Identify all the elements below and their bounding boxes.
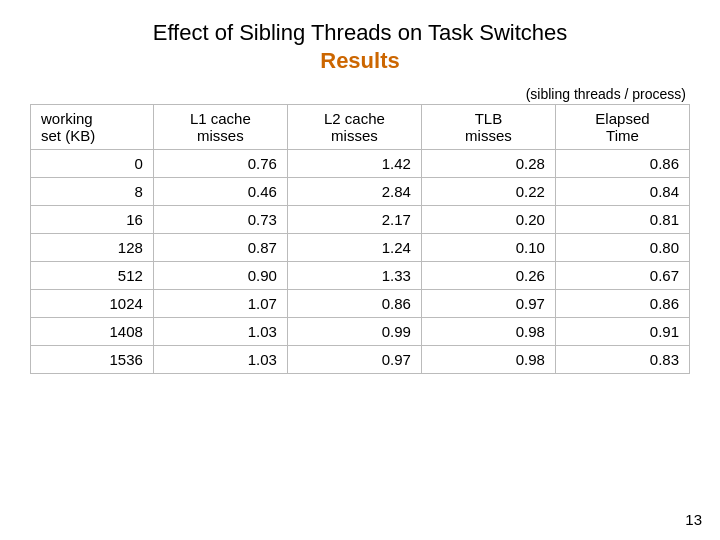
cell-l2: 1.33 (287, 262, 421, 290)
header-elapsed: ElapsedTime (555, 105, 689, 150)
cell-working-set: 1024 (31, 290, 154, 318)
cell-l1: 0.46 (153, 178, 287, 206)
cell-tlb: 0.28 (421, 150, 555, 178)
cell-elapsed: 0.83 (555, 346, 689, 374)
table-row: 10241.070.860.970.86 (31, 290, 690, 318)
table-row: 1280.871.240.100.80 (31, 234, 690, 262)
cell-l1: 1.07 (153, 290, 287, 318)
cell-l1: 0.90 (153, 262, 287, 290)
cell-l2: 1.42 (287, 150, 421, 178)
table-row: 15361.030.970.980.83 (31, 346, 690, 374)
cell-l2: 0.86 (287, 290, 421, 318)
cell-tlb: 0.22 (421, 178, 555, 206)
cell-l1: 0.76 (153, 150, 287, 178)
cell-working-set: 0 (31, 150, 154, 178)
cell-working-set: 1408 (31, 318, 154, 346)
page-number: 13 (685, 511, 702, 528)
page-subtitle: Results (30, 48, 690, 74)
sibling-note: (sibling threads / process) (30, 86, 690, 102)
cell-tlb: 0.98 (421, 346, 555, 374)
cell-elapsed: 0.67 (555, 262, 689, 290)
cell-l1: 0.87 (153, 234, 287, 262)
header-l1-cache: L1 cachemisses (153, 105, 287, 150)
cell-l2: 0.97 (287, 346, 421, 374)
results-table: workingset (KB) L1 cachemisses L2 cachem… (30, 104, 690, 374)
header-tlb: TLBmisses (421, 105, 555, 150)
cell-l2: 1.24 (287, 234, 421, 262)
cell-elapsed: 0.80 (555, 234, 689, 262)
cell-elapsed: 0.84 (555, 178, 689, 206)
table-row: 160.732.170.200.81 (31, 206, 690, 234)
cell-tlb: 0.98 (421, 318, 555, 346)
table-row: 00.761.420.280.86 (31, 150, 690, 178)
table-header-row: workingset (KB) L1 cachemisses L2 cachem… (31, 105, 690, 150)
cell-elapsed: 0.91 (555, 318, 689, 346)
table-row: 14081.030.990.980.91 (31, 318, 690, 346)
cell-elapsed: 0.81 (555, 206, 689, 234)
page-title: Effect of Sibling Threads on Task Switch… (30, 20, 690, 46)
table-row: 5120.901.330.260.67 (31, 262, 690, 290)
cell-l1: 0.73 (153, 206, 287, 234)
cell-l2: 2.84 (287, 178, 421, 206)
header-l2-cache: L2 cachemisses (287, 105, 421, 150)
table-row: 80.462.840.220.84 (31, 178, 690, 206)
cell-l2: 0.99 (287, 318, 421, 346)
cell-tlb: 0.10 (421, 234, 555, 262)
cell-working-set: 8 (31, 178, 154, 206)
cell-l1: 1.03 (153, 346, 287, 374)
cell-l1: 1.03 (153, 318, 287, 346)
cell-l2: 2.17 (287, 206, 421, 234)
cell-tlb: 0.97 (421, 290, 555, 318)
cell-working-set: 16 (31, 206, 154, 234)
cell-elapsed: 0.86 (555, 150, 689, 178)
cell-tlb: 0.26 (421, 262, 555, 290)
header-working-set: workingset (KB) (31, 105, 154, 150)
cell-elapsed: 0.86 (555, 290, 689, 318)
cell-tlb: 0.20 (421, 206, 555, 234)
cell-working-set: 1536 (31, 346, 154, 374)
cell-working-set: 128 (31, 234, 154, 262)
cell-working-set: 512 (31, 262, 154, 290)
page: Effect of Sibling Threads on Task Switch… (0, 0, 720, 540)
